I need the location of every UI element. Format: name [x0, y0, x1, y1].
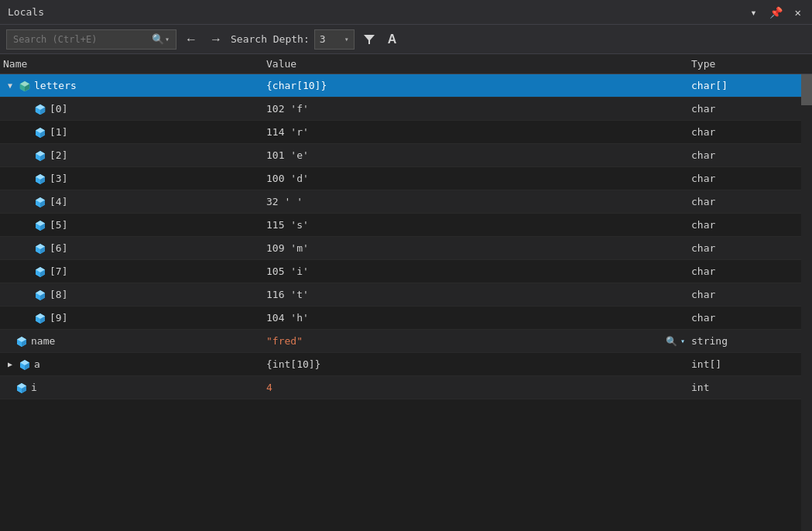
- row-type: char: [688, 266, 812, 277]
- row-type: int[]: [688, 358, 812, 370]
- table-row[interactable]: name "fred" 🔍 ▾ string: [0, 330, 812, 353]
- dropdown-btn[interactable]: ▾: [747, 5, 759, 20]
- search-placeholder: Search (Ctrl+E): [13, 34, 149, 45]
- row-name: [4]: [0, 196, 263, 208]
- row-type: string: [688, 335, 812, 347]
- row-name-text: letters: [34, 80, 77, 91]
- row-name-text: [6]: [50, 242, 67, 254]
- row-name-text: [2]: [50, 149, 67, 161]
- cube-icon: [34, 266, 46, 278]
- row-value: 101 'e': [263, 149, 688, 161]
- row-name-text: [7]: [50, 266, 67, 277]
- row-type: char: [688, 242, 812, 254]
- row-value: "fred" 🔍 ▾: [263, 335, 688, 347]
- table-row[interactable]: a {int[10]} int[]: [0, 353, 812, 376]
- cube-icon: [34, 219, 46, 231]
- row-value: 116 't': [263, 289, 688, 300]
- table-row[interactable]: [6] 109 'm' char: [0, 237, 812, 260]
- row-type: char: [688, 196, 812, 207]
- row-type: char[]: [688, 80, 812, 91]
- table-row[interactable]: [9] 104 'h' char: [0, 307, 812, 330]
- cube-icon: [34, 312, 46, 324]
- cube-icon: [34, 103, 46, 115]
- inline-search-icon[interactable]: 🔍: [666, 336, 677, 347]
- back-button[interactable]: ←: [181, 30, 201, 49]
- col-header-type: Type: [688, 58, 812, 70]
- cube-icon: [34, 173, 46, 185]
- font-button[interactable]: A: [384, 30, 401, 49]
- cube-icon: [15, 382, 28, 394]
- close-btn[interactable]: ✕: [792, 5, 804, 20]
- toolbar: Search (Ctrl+E) 🔍 ▾ ← → Search Depth: 3 …: [0, 25, 812, 54]
- row-name: a: [0, 358, 263, 371]
- forward-button[interactable]: →: [206, 30, 226, 49]
- depth-dropdown-icon[interactable]: ▾: [344, 35, 349, 43]
- row-name: [9]: [0, 312, 263, 324]
- filter-button[interactable]: [359, 31, 379, 48]
- row-name: [0]: [0, 103, 263, 115]
- row-name-text: [0]: [50, 103, 67, 115]
- table-row[interactable]: letters {char[10]} char[]: [0, 74, 812, 98]
- search-box[interactable]: Search (Ctrl+E) 🔍 ▾: [6, 29, 176, 50]
- table-header: Name Value Type: [0, 54, 812, 74]
- table-row[interactable]: [3] 100 'd' char: [0, 167, 812, 190]
- depth-select[interactable]: 3 ▾: [314, 29, 355, 50]
- cube-icon: [34, 242, 46, 255]
- cube-icon: [19, 358, 31, 371]
- window-title: Locals: [8, 6, 44, 18]
- row-value: 4: [263, 382, 688, 393]
- row-type: char: [688, 289, 812, 300]
- table-body: letters {char[10]} char[] [0] 102 'f' c: [0, 74, 812, 531]
- row-name-text: [5]: [50, 219, 67, 231]
- scrollbar-track[interactable]: [801, 74, 812, 531]
- cube-icon: [34, 196, 46, 208]
- row-type: char: [688, 219, 812, 231]
- row-type: char: [688, 103, 812, 115]
- expand-icon[interactable]: [5, 81, 15, 91]
- row-type: char: [688, 149, 812, 161]
- row-type: char: [688, 126, 812, 138]
- expand-icon[interactable]: [5, 359, 15, 370]
- svg-marker-0: [364, 35, 375, 44]
- search-icon: 🔍: [152, 33, 164, 45]
- row-name-text: name: [31, 335, 55, 347]
- row-value: 100 'd': [263, 173, 688, 184]
- row-value: 115 's': [263, 219, 688, 231]
- row-name: name: [0, 335, 263, 348]
- row-name-text: [4]: [50, 196, 67, 207]
- row-name-text: [1]: [50, 126, 67, 138]
- table-row[interactable]: [0] 102 'f' char: [0, 98, 812, 121]
- row-name: letters: [0, 80, 263, 92]
- row-name-text: [3]: [50, 173, 67, 184]
- table-row[interactable]: [2] 101 'e' char: [0, 144, 812, 167]
- row-value: 109 'm': [263, 242, 688, 254]
- row-name: [8]: [0, 289, 263, 301]
- cube-icon: [34, 126, 46, 139]
- row-name-text: i: [31, 382, 37, 393]
- table-container: Name Value Type letters {char[10]} c: [0, 54, 812, 531]
- pin-btn[interactable]: 📌: [766, 5, 786, 20]
- row-name: i: [0, 382, 263, 394]
- row-name: [1]: [0, 126, 263, 139]
- row-value: 32 ' ': [263, 196, 688, 207]
- scrollbar-thumb[interactable]: [801, 74, 812, 105]
- table-row[interactable]: [1] 114 'r' char: [0, 121, 812, 144]
- row-value: 105 'i': [263, 266, 688, 277]
- row-name-text: [9]: [50, 312, 67, 324]
- cube-icon: [19, 80, 31, 92]
- table-row[interactable]: [8] 116 't' char: [0, 283, 812, 307]
- row-type: char: [688, 173, 812, 184]
- row-value: 114 'r': [263, 126, 688, 138]
- title-bar: Locals ▾ 📌 ✕: [0, 0, 812, 25]
- row-value: {char[10]}: [263, 80, 688, 91]
- table-row[interactable]: i 4 int: [0, 376, 812, 399]
- table-row[interactable]: [4] 32 ' ' char: [0, 190, 812, 214]
- depth-label: Search Depth:: [231, 33, 310, 45]
- inline-search-dropdown[interactable]: ▾: [680, 337, 685, 345]
- cube-icon: [15, 335, 28, 348]
- row-name: [6]: [0, 242, 263, 255]
- search-dropdown-icon[interactable]: ▾: [165, 35, 170, 43]
- table-row[interactable]: [5] 115 's' char: [0, 214, 812, 237]
- row-value: 102 'f': [263, 103, 688, 115]
- table-row[interactable]: [7] 105 'i' char: [0, 260, 812, 283]
